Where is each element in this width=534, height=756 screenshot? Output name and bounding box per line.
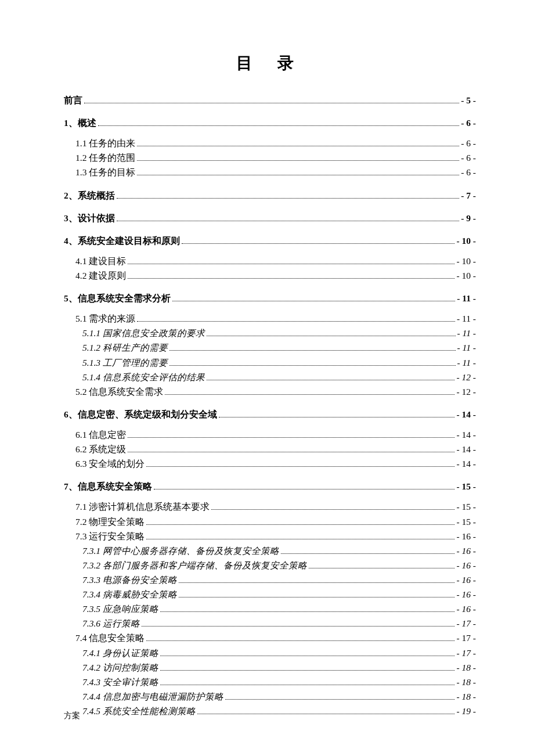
toc-label: 7.4.4 信息加密与电磁泄漏防护策略: [82, 689, 223, 704]
toc-entry[interactable]: 7、信息系统安全策略- 15 -: [64, 479, 476, 494]
toc-label: 7.3.6 运行策略: [82, 616, 140, 631]
toc-leader-dots: [165, 394, 454, 395]
toc-page-number: - 11 -: [457, 291, 476, 305]
toc-entry[interactable]: 1.1 任务的由来- 6 -: [64, 136, 476, 150]
toc-leader-dots: [179, 597, 455, 597]
toc-leader-dots: [160, 611, 455, 612]
toc-entry[interactable]: 1.3 任务的目标- 6 -: [64, 165, 476, 179]
toc-entry[interactable]: 6.2 系统定级- 14 -: [64, 442, 476, 456]
toc-leader-dots: [137, 175, 459, 175]
toc-entry[interactable]: 7.3.3 电源备份安全策略- 16 -: [64, 573, 476, 587]
toc-entry[interactable]: 7.3.1 网管中心服务器存储、备份及恢复安全策略- 16 -: [64, 543, 476, 558]
toc-entry[interactable]: 4.1 建设目标- 10 -: [64, 254, 476, 268]
toc-leader-dots: [117, 198, 459, 199]
toc-entry[interactable]: 7.3.5 应急响应策略- 16 -: [64, 602, 476, 616]
toc-leader-dots: [128, 278, 454, 279]
toc-leader-dots: [154, 489, 455, 489]
toc-entry[interactable]: 7.4.3 安全审计策略- 18 -: [64, 675, 476, 689]
toc-page-number: - 14 -: [456, 456, 476, 471]
toc-entry[interactable]: 7.2 物理安全策略- 15 -: [64, 514, 476, 529]
toc-entry[interactable]: 5.2 信息系统安全需求- 12 -: [64, 384, 476, 399]
toc-entry[interactable]: 6.1 信息定密- 14 -: [64, 427, 476, 442]
toc-label: 7.4.1 身份认证策略: [82, 646, 158, 660]
toc-entry[interactable]: 7.3.6 运行策略- 17 -: [64, 616, 476, 631]
toc-label: 5.1.1 国家信息安全政策的要求: [82, 326, 205, 340]
toc-label: 4、系统安全建设目标和原则: [64, 233, 180, 248]
toc-leader-dots: [146, 466, 454, 467]
toc-entry[interactable]: 7.4.1 身份认证策略- 17 -: [64, 646, 476, 660]
toc-page-number: - 16 -: [456, 587, 476, 602]
toc-label: 5.1.3 工厂管理的需要: [82, 355, 168, 370]
toc-label: 5.1.4 信息系统安全评估的结果: [82, 370, 205, 384]
toc-leader-dots: [84, 103, 459, 103]
toc-entry[interactable]: 5、信息系统安全需求分析- 11 -: [64, 291, 476, 305]
toc-entry[interactable]: 5.1.1 国家信息安全政策的要求- 11 -: [64, 326, 476, 340]
toc-label: 5.1 需求的来源: [75, 311, 135, 326]
toc-entry[interactable]: 6、信息定密、系统定级和划分安全域- 14 -: [64, 407, 476, 422]
toc-page-number: - 17 -: [456, 631, 476, 645]
toc-leader-dots: [179, 582, 455, 583]
toc-leader-dots: [117, 221, 459, 221]
toc-page-number: - 11 -: [457, 355, 476, 370]
toc-entry[interactable]: 7.4 信息安全策略- 17 -: [64, 631, 476, 645]
toc-page-number: - 11 -: [457, 340, 476, 355]
toc-entry[interactable]: 3、设计依据- 9 -: [64, 211, 476, 225]
toc-entry[interactable]: 5.1.4 信息系统安全评估的结果- 12 -: [64, 370, 476, 384]
toc-leader-dots: [142, 626, 455, 627]
toc-entry[interactable]: 7.4.2 访问控制策略- 18 -: [64, 660, 476, 675]
toc-label: 7.3.1 网管中心服务器存储、备份及恢复安全策略: [82, 543, 279, 558]
toc-label: 7.4.3 安全审计策略: [82, 675, 158, 689]
toc-entry[interactable]: 5.1 需求的来源- 11 -: [64, 311, 476, 326]
toc-label: 7.3.4 病毒威胁安全策略: [82, 587, 177, 602]
toc-label: 5.2 信息系统安全需求: [75, 384, 163, 399]
toc-entry[interactable]: 5.1.3 工厂管理的需要- 11 -: [64, 355, 476, 370]
toc-entry[interactable]: 7.4.4 信息加密与电磁泄漏防护策略- 18 -: [64, 689, 476, 704]
toc-page-number: - 16 -: [456, 602, 476, 616]
toc-page-number: - 16 -: [456, 529, 476, 543]
toc-page-number: - 11 -: [457, 326, 476, 340]
toc-page-number: - 5 -: [461, 93, 476, 107]
toc-entry[interactable]: 7.3.2 各部门服务器和客户端存储、备份及恢复安全策略- 16 -: [64, 558, 476, 573]
page-title: 目 录: [64, 52, 476, 74]
toc-entry[interactable]: 7.4.5 系统安全性能检测策略- 19 -: [64, 704, 476, 718]
toc-leader-dots: [211, 509, 454, 510]
toc-entry[interactable]: 7.1 涉密计算机信息系统基本要求- 15 -: [64, 499, 476, 514]
toc-page-number: - 10 -: [456, 233, 476, 248]
toc-leader-dots: [146, 640, 454, 641]
toc-entry[interactable]: 1.2 任务的范围- 6 -: [64, 150, 476, 165]
toc-entry[interactable]: 1、概述- 6 -: [64, 116, 476, 130]
toc-entry[interactable]: 4、系统安全建设目标和原则- 10 -: [64, 233, 476, 248]
toc-page-number: - 16 -: [456, 543, 476, 558]
toc-entry[interactable]: 前言- 5 -: [64, 93, 476, 107]
toc-page-number: - 11 -: [457, 311, 476, 326]
toc-leader-dots: [137, 160, 459, 161]
toc-page-number: - 18 -: [456, 689, 476, 704]
toc-entry[interactable]: 7.3 运行安全策略- 16 -: [64, 529, 476, 543]
toc-page-number: - 6 -: [461, 165, 476, 179]
toc-entry[interactable]: 6.3 安全域的划分- 14 -: [64, 456, 476, 471]
toc-page-number: - 12 -: [456, 370, 476, 384]
toc-page-number: - 14 -: [456, 442, 476, 456]
toc-page-number: - 14 -: [456, 407, 476, 422]
toc-label: 4.2 建设原则: [75, 268, 126, 283]
toc-label: 1.3 任务的目标: [75, 165, 135, 179]
toc-leader-dots: [146, 539, 454, 539]
toc-page-number: - 10 -: [456, 254, 476, 268]
toc-page-number: - 6 -: [461, 116, 476, 130]
toc-entry[interactable]: 7.3.4 病毒威胁安全策略- 16 -: [64, 587, 476, 602]
toc-label: 5、信息系统安全需求分析: [64, 291, 171, 305]
toc-label: 6.3 安全域的划分: [75, 456, 145, 471]
toc-page-number: - 16 -: [456, 558, 476, 573]
toc-page-number: - 18 -: [456, 675, 476, 689]
toc-page-number: - 6 -: [461, 136, 476, 150]
toc-entry[interactable]: 5.1.2 科研生产的需要- 11 -: [64, 340, 476, 355]
toc-page-number: - 7 -: [461, 188, 476, 203]
toc-leader-dots: [146, 524, 454, 525]
toc-entry[interactable]: 4.2 建设原则- 10 -: [64, 268, 476, 283]
toc-entry[interactable]: 2、系统概括- 7 -: [64, 188, 476, 203]
toc-leader-dots: [128, 437, 454, 438]
toc-leader-dots: [160, 670, 455, 671]
toc-label: 7.3.5 应急响应策略: [82, 602, 158, 616]
toc-page-number: - 15 -: [456, 479, 476, 494]
toc-page-number: - 19 -: [456, 704, 476, 718]
